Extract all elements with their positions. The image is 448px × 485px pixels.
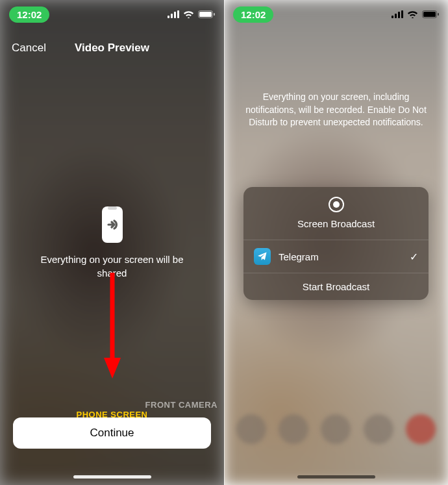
home-indicator — [73, 475, 151, 479]
svg-rect-2 — [174, 12, 176, 18]
start-broadcast-label: Start Broadcast — [303, 281, 369, 292]
status-indicators — [392, 10, 439, 18]
telegram-icon — [254, 248, 271, 265]
start-broadcast-button[interactable]: Start Broadcast — [243, 273, 429, 300]
annotation-arrow — [103, 269, 122, 382]
recording-warning: Everything on your screen, including not… — [243, 91, 429, 129]
header: Cancel Video Preview — [0, 34, 224, 62]
status-time-pill: 12:02 — [9, 6, 49, 23]
svg-marker-10 — [104, 358, 121, 379]
broadcast-card: Screen Broadcast Telegram ✓ Start Broadc… — [243, 187, 429, 300]
wifi-icon — [183, 10, 194, 18]
svg-rect-1 — [171, 14, 173, 18]
status-indicators — [168, 10, 215, 18]
wifi-icon — [407, 10, 418, 18]
card-header: Screen Broadcast — [243, 187, 429, 240]
status-time-pill: 12:02 — [233, 6, 273, 23]
left-screenshot: 12:02 Cancel Video Preview Everything on… — [0, 0, 224, 485]
battery-icon — [198, 10, 215, 18]
svg-rect-14 — [401, 10, 403, 18]
phone-share-icon — [97, 205, 128, 244]
continue-button[interactable]: Continue — [13, 417, 211, 449]
svg-rect-3 — [177, 10, 179, 18]
blurred-call-controls — [224, 407, 448, 451]
svg-rect-6 — [214, 13, 215, 16]
cellular-icon — [392, 10, 403, 18]
right-screenshot: 12:02 Everything on your screen, includi… — [224, 0, 448, 485]
svg-rect-13 — [398, 12, 400, 18]
svg-rect-16 — [423, 12, 436, 17]
screenshot-divider — [224, 0, 225, 485]
app-row-telegram[interactable]: Telegram ✓ — [243, 240, 429, 273]
battery-icon — [422, 10, 439, 18]
status-bar: 12:02 — [224, 0, 448, 29]
svg-point-19 — [333, 201, 340, 208]
blurred-control — [321, 414, 351, 444]
cancel-button[interactable]: Cancel — [12, 42, 46, 55]
blurred-end-control — [406, 414, 436, 444]
checkmark-icon: ✓ — [410, 251, 418, 263]
blurred-control — [279, 414, 308, 444]
svg-rect-12 — [395, 14, 397, 18]
blurred-control — [236, 414, 266, 444]
tab-front-camera[interactable]: FRONT CAMERA — [145, 400, 218, 410]
status-bar: 12:02 — [0, 0, 224, 29]
svg-rect-0 — [168, 16, 169, 18]
card-title: Screen Broadcast — [297, 218, 375, 229]
cellular-icon — [168, 10, 179, 18]
svg-rect-17 — [438, 13, 439, 16]
home-indicator — [297, 475, 375, 479]
record-icon — [328, 196, 345, 213]
svg-rect-11 — [392, 16, 393, 18]
app-label: Telegram — [279, 251, 410, 262]
svg-rect-8 — [108, 206, 117, 210]
svg-rect-5 — [199, 12, 212, 17]
blurred-control — [364, 414, 393, 444]
page-title: Video Preview — [75, 42, 149, 55]
